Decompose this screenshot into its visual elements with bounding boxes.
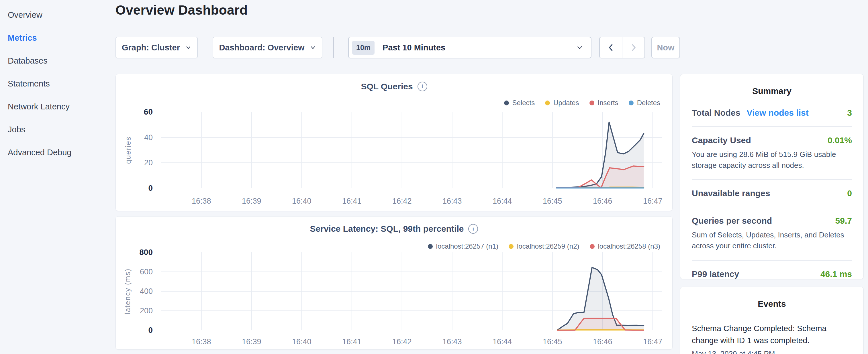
next-range-button[interactable] bbox=[622, 37, 645, 58]
summary-row-capacity-used: Capacity Used0.01%You are using 28.6 MiB… bbox=[692, 135, 852, 171]
events-card: Events Schema Change Completed: Schema c… bbox=[680, 287, 864, 354]
summary-row-description: Sum of Selects, Updates, Inserts, and De… bbox=[692, 230, 852, 251]
summary-row-label: P99 latency bbox=[692, 269, 739, 279]
service-latency-chart-card: Service Latency: SQL, 99th percentileilo… bbox=[116, 216, 673, 350]
page-title: Overview Dashboard bbox=[116, 2, 248, 18]
svg-text:16:43: 16:43 bbox=[442, 337, 462, 346]
time-range-picker[interactable]: 10m Past 10 Minutes bbox=[348, 37, 591, 58]
svg-text:200: 200 bbox=[140, 307, 153, 315]
svg-text:16:38: 16:38 bbox=[192, 197, 211, 205]
summary-rows: Total NodesView nodes list3Capacity Used… bbox=[692, 108, 852, 279]
svg-text:queries: queries bbox=[124, 136, 132, 164]
summary-row-label: Capacity Used bbox=[692, 135, 751, 145]
event-message: Schema Change Completed: Schema change w… bbox=[692, 322, 836, 347]
summary-row-label: Total Nodes bbox=[692, 108, 740, 118]
svg-text:16:38: 16:38 bbox=[192, 337, 211, 346]
svg-text:16:40: 16:40 bbox=[292, 337, 311, 346]
summary-card: Summary Total NodesView nodes list3Capac… bbox=[680, 74, 864, 279]
summary-row-value: 0.01% bbox=[828, 135, 852, 145]
chevron-left-icon bbox=[606, 43, 616, 53]
summary-row-value: 3 bbox=[847, 108, 852, 118]
graph-scope-dropdown-label: Graph: Cluster bbox=[122, 43, 180, 53]
summary-row-label: Queries per second bbox=[692, 216, 772, 226]
chevron-right-icon bbox=[629, 43, 639, 53]
svg-text:60: 60 bbox=[144, 107, 153, 116]
time-range-label: Past 10 Minutes bbox=[382, 43, 576, 53]
sidebar-item-advanced-debug[interactable]: Advanced Debug bbox=[0, 141, 112, 164]
summary-divider bbox=[692, 126, 852, 127]
right-rail: Summary Total NodesView nodes list3Capac… bbox=[680, 74, 864, 354]
svg-text:16:47: 16:47 bbox=[643, 197, 662, 205]
svg-text:16:41: 16:41 bbox=[342, 337, 362, 346]
time-pager bbox=[599, 37, 645, 58]
summary-title: Summary bbox=[692, 74, 852, 96]
summary-row-description: You are using 28.6 MiB of 515.9 GiB usab… bbox=[692, 149, 852, 171]
summary-divider bbox=[692, 179, 852, 180]
svg-text:800: 800 bbox=[139, 248, 153, 257]
graph-scope-dropdown[interactable]: Graph: Cluster bbox=[116, 37, 198, 58]
svg-text:16:45: 16:45 bbox=[543, 337, 562, 346]
summary-row-value: 46.1 ms bbox=[820, 269, 852, 279]
chevron-down-icon bbox=[310, 44, 316, 51]
main-content: Overview Dashboard Graph: Cluster Dashbo… bbox=[116, 0, 672, 354]
summary-row-unavailable-ranges: Unavailable ranges0 bbox=[692, 189, 852, 198]
event-list-item[interactable]: Schema Change Completed: Schema change w… bbox=[692, 322, 852, 354]
svg-text:600: 600 bbox=[140, 267, 153, 276]
sql-queries-chart-card: SQL QueriesiSelectsUpdatesInsertsDeletes… bbox=[116, 74, 673, 211]
svg-text:0: 0 bbox=[148, 326, 153, 334]
summary-divider bbox=[692, 260, 852, 261]
sidebar-item-statements[interactable]: Statements bbox=[0, 72, 112, 95]
sidebar: Overview Metrics Databases Statements Ne… bbox=[0, 0, 112, 164]
svg-text:0: 0 bbox=[148, 184, 153, 192]
svg-text:16:43: 16:43 bbox=[442, 197, 462, 205]
prev-range-button[interactable] bbox=[600, 37, 622, 58]
controls-divider bbox=[333, 37, 334, 58]
chevron-down-icon bbox=[185, 44, 191, 51]
svg-text:latency (ms): latency (ms) bbox=[124, 268, 131, 314]
summary-row-value: 0 bbox=[847, 189, 852, 198]
svg-text:16:39: 16:39 bbox=[242, 197, 261, 205]
sidebar-item-network-latency[interactable]: Network Latency bbox=[0, 95, 112, 118]
svg-text:16:47: 16:47 bbox=[643, 337, 662, 346]
view-nodes-list-link[interactable]: View nodes list bbox=[746, 108, 808, 118]
sidebar-item-metrics[interactable]: Metrics bbox=[0, 26, 112, 49]
summary-row-queries-per-second: Queries per second59.7Sum of Selects, Up… bbox=[692, 216, 852, 251]
svg-text:16:42: 16:42 bbox=[392, 197, 412, 205]
summary-divider bbox=[692, 207, 852, 207]
sidebar-item-databases[interactable]: Databases bbox=[0, 49, 112, 72]
summary-row-total-nodes: Total NodesView nodes list3 bbox=[692, 108, 852, 118]
dashboard-dropdown[interactable]: Dashboard: Overview bbox=[213, 37, 322, 58]
now-button[interactable]: Now bbox=[651, 37, 680, 58]
svg-text:40: 40 bbox=[144, 133, 153, 142]
app-root: Overview Metrics Databases Statements Ne… bbox=[0, 0, 868, 354]
svg-text:16:44: 16:44 bbox=[493, 197, 512, 205]
summary-row-label: Unavailable ranges bbox=[692, 189, 770, 198]
sidebar-item-jobs[interactable]: Jobs bbox=[0, 118, 112, 141]
svg-text:16:44: 16:44 bbox=[493, 337, 512, 346]
summary-row-p99-latency: P99 latency46.1 ms bbox=[692, 269, 852, 279]
svg-text:16:39: 16:39 bbox=[242, 337, 261, 346]
chevron-down-icon bbox=[576, 44, 584, 51]
svg-text:20: 20 bbox=[144, 158, 153, 167]
sidebar-item-overview[interactable]: Overview bbox=[0, 3, 112, 26]
dashboard-dropdown-label: Dashboard: Overview bbox=[219, 43, 304, 53]
chart-plot-area[interactable]: 020040060080016:3816:3916:4016:4116:4216… bbox=[116, 217, 672, 349]
summary-row-value: 59.7 bbox=[835, 216, 852, 226]
controls-bar: Graph: Cluster Dashboard: Overview 10m P… bbox=[116, 37, 680, 58]
svg-text:16:40: 16:40 bbox=[292, 197, 311, 205]
chart-plot-area[interactable]: 020406016:3816:3916:4016:4116:4216:4316:… bbox=[116, 74, 672, 211]
svg-text:16:46: 16:46 bbox=[593, 337, 612, 346]
events-title: Events bbox=[692, 287, 852, 309]
event-timestamp: May 13, 2020 at 4:45 PM bbox=[692, 349, 852, 354]
svg-text:16:42: 16:42 bbox=[392, 337, 412, 346]
svg-text:16:41: 16:41 bbox=[342, 197, 362, 205]
svg-text:16:46: 16:46 bbox=[593, 197, 612, 205]
svg-text:16:45: 16:45 bbox=[543, 197, 562, 205]
svg-text:400: 400 bbox=[140, 287, 153, 296]
time-range-badge: 10m bbox=[352, 41, 375, 55]
